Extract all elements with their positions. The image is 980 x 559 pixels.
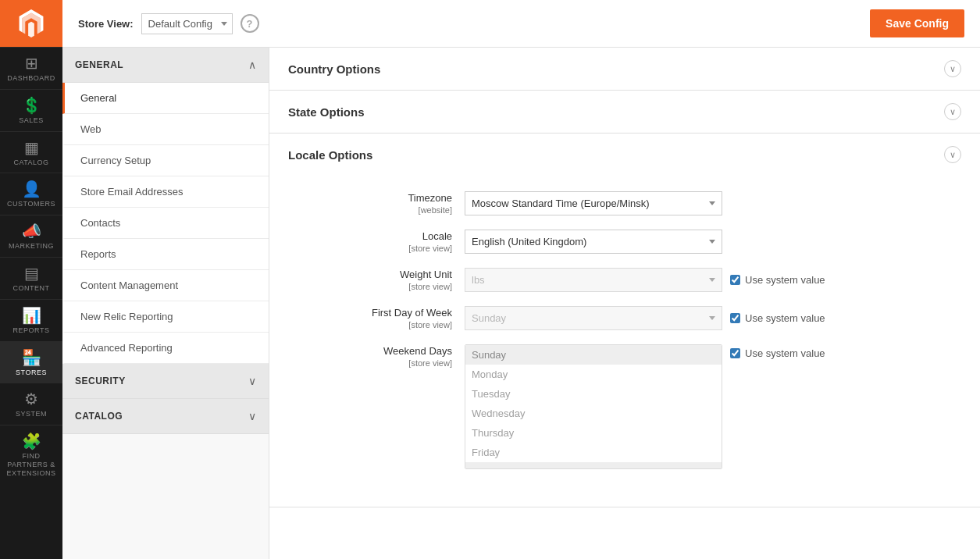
magento-logo-icon	[17, 9, 45, 37]
left-panel-item-contacts[interactable]: Contacts	[62, 208, 269, 239]
catalog-section-label: CATALOG	[75, 411, 123, 422]
sidebar-item-find-partners[interactable]: 🧩 FIND PARTNERS & EXTENSIONS	[0, 425, 62, 483]
country-options-toggle[interactable]: ∨	[944, 60, 961, 77]
weight-unit-system-row: Use system value	[730, 274, 825, 286]
locale-control-col: English (United Kingdom)	[465, 230, 957, 254]
sidebar-item-label: CONTENT	[13, 284, 50, 293]
weekend-days-control-col: Sunday Monday Tuesday Wednesday Thursday…	[465, 344, 957, 469]
save-config-button[interactable]: Save Config	[870, 9, 964, 37]
timezone-row: Timezone [website] Moscow Standard Time …	[293, 191, 957, 215]
weekend-days-label: Weekend Days	[383, 345, 452, 357]
catalog-icon: ▦	[24, 140, 39, 155]
sidebar-item-label: REPORTS	[13, 326, 50, 335]
locale-options-section: Locale Options ∨ Timezone [website] Mosc…	[269, 134, 980, 507]
catalog-section-header[interactable]: CATALOG ∨	[62, 399, 269, 434]
left-panel-item-advanced-reporting[interactable]: Advanced Reporting	[62, 333, 269, 364]
left-panel-item-web[interactable]: Web	[62, 114, 269, 145]
first-day-select[interactable]: Sunday	[465, 306, 722, 330]
general-section-items: General Web Currency Setup Store Email A…	[62, 83, 269, 364]
left-panel-item-content-management[interactable]: Content Management	[62, 270, 269, 301]
main-area: Store View: Default Config ? Save Config…	[62, 0, 980, 559]
locale-options-toggle[interactable]: ∨	[944, 146, 961, 163]
first-day-system-checkbox[interactable]	[730, 313, 740, 323]
catalog-chevron-icon: ∨	[248, 410, 256, 422]
state-options-header[interactable]: State Options ∨	[269, 91, 980, 133]
general-section-header[interactable]: GENERAL ∧	[62, 48, 269, 83]
left-panel-item-general[interactable]: General	[62, 83, 269, 114]
sidebar-item-reports[interactable]: 📊 REPORTS	[0, 299, 62, 341]
sidebar-item-catalog[interactable]: ▦ CATALOG	[0, 131, 62, 173]
store-view-select[interactable]: Default Config	[141, 13, 233, 34]
weekend-days-system-row: Use system value	[730, 347, 825, 359]
timezone-label: Timezone	[408, 192, 452, 204]
locale-label-col: Locale [store view]	[293, 230, 465, 253]
sidebar-logo[interactable]	[0, 0, 62, 47]
weight-unit-system-label: Use system value	[745, 274, 825, 286]
security-section-label: SECURITY	[75, 376, 126, 386]
weekend-days-sublabel: [store view]	[293, 358, 452, 368]
customers-icon: 👤	[22, 181, 41, 197]
state-options-title: State Options	[288, 105, 365, 119]
sidebar-item-label: SALES	[19, 116, 44, 125]
extensions-icon: 🧩	[22, 433, 41, 449]
sidebar-item-label: CUSTOMERS	[7, 200, 55, 208]
weekend-days-select[interactable]: Sunday Monday Tuesday Wednesday Thursday…	[465, 344, 722, 469]
weekend-days-system-checkbox[interactable]	[730, 348, 740, 358]
state-options-toggle[interactable]: ∨	[944, 103, 961, 120]
topbar: Store View: Default Config ? Save Config	[62, 0, 980, 48]
help-icon[interactable]: ?	[241, 14, 259, 33]
reports-icon: 📊	[22, 308, 41, 323]
sidebar-item-label: DASHBOARD	[7, 74, 55, 83]
sidebar-item-label: FIND PARTNERS & EXTENSIONS	[3, 452, 59, 477]
sidebar-item-label: STORES	[16, 369, 47, 377]
country-options-header[interactable]: Country Options ∨	[269, 48, 980, 90]
sidebar-item-label: CATALOG	[13, 158, 48, 167]
security-section-header[interactable]: SECURITY ∨	[62, 364, 269, 399]
general-section-label: GENERAL	[75, 59, 123, 70]
content-area: GENERAL ∧ General Web Currency Setup Sto…	[62, 48, 980, 559]
weight-unit-row: Weight Unit [store view] lbs Use system …	[293, 268, 957, 292]
first-day-sublabel: [store view]	[293, 320, 452, 329]
left-panel-item-currency-setup[interactable]: Currency Setup	[62, 145, 269, 176]
state-options-section: State Options ∨	[269, 91, 980, 134]
content-icon: ▤	[24, 265, 39, 281]
left-panel: GENERAL ∧ General Web Currency Setup Sto…	[62, 48, 269, 559]
timezone-select[interactable]: Moscow Standard Time (Europe/Minsk)	[465, 191, 722, 215]
first-day-label: First Day of Week	[372, 307, 452, 319]
left-panel-item-new-relic[interactable]: New Relic Reporting	[62, 301, 269, 333]
sidebar-item-system[interactable]: ⚙ SYSTEM	[0, 383, 62, 425]
marketing-icon: 📣	[22, 223, 41, 239]
first-day-control-col: Sunday Use system value	[465, 306, 957, 330]
country-options-section: Country Options ∨	[269, 48, 980, 91]
timezone-label-col: Timezone [website]	[293, 191, 465, 215]
first-day-label-col: First Day of Week [store view]	[293, 306, 465, 329]
sales-icon: 💲	[22, 98, 41, 113]
weight-unit-select[interactable]: lbs	[465, 268, 722, 292]
first-day-row: First Day of Week [store view] Sunday Us…	[293, 306, 957, 330]
store-view-label: Store View:	[78, 18, 134, 30]
first-day-system-row: Use system value	[730, 312, 825, 324]
general-chevron-icon: ∧	[248, 59, 256, 71]
sidebar-item-marketing[interactable]: 📣 MARKETING	[0, 215, 62, 257]
locale-row: Locale [store view] English (United King…	[293, 230, 957, 254]
weight-unit-control-col: lbs Use system value	[465, 268, 957, 292]
sidebar-item-dashboard[interactable]: ⊞ DASHBOARD	[0, 47, 62, 89]
weight-unit-system-checkbox[interactable]	[730, 275, 740, 285]
locale-label: Locale	[422, 230, 452, 242]
sidebar-item-stores[interactable]: 🏪 STORES	[0, 341, 62, 383]
weekend-days-label-col: Weekend Days [store view]	[293, 344, 465, 368]
sidebar-item-content[interactable]: ▤ CONTENT	[0, 257, 62, 299]
left-panel-item-reports[interactable]: Reports	[62, 239, 269, 270]
system-icon: ⚙	[24, 391, 38, 407]
weight-unit-label: Weight Unit	[400, 269, 452, 280]
weight-unit-label-col: Weight Unit [store view]	[293, 268, 465, 291]
locale-options-header[interactable]: Locale Options ∨	[269, 134, 980, 176]
sidebar-item-customers[interactable]: 👤 CUSTOMERS	[0, 173, 62, 215]
weight-unit-sublabel: [store view]	[293, 282, 452, 291]
sidebar-item-sales[interactable]: 💲 SALES	[0, 89, 62, 131]
sidebar-item-label: MARKETING	[9, 242, 54, 251]
dashboard-icon: ⊞	[25, 55, 38, 71]
locale-select[interactable]: English (United Kingdom)	[465, 230, 722, 254]
locale-sublabel: [store view]	[293, 244, 452, 253]
left-panel-item-store-email[interactable]: Store Email Addresses	[62, 176, 269, 208]
